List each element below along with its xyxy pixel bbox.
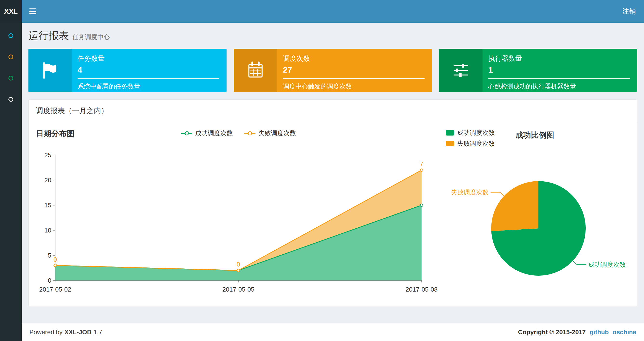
info-box-trigger-count: 调度次数 27 调度中心触发的调度次数 bbox=[234, 49, 432, 92]
sidebar-item-2[interactable] bbox=[0, 46, 22, 68]
info-box-divider bbox=[283, 78, 425, 79]
success-ratio-chart: 成功调度次数失败调度次数 成功比例图 成功调度次数失败调度次数 bbox=[446, 129, 630, 302]
info-box-content: 调度次数 27 调度中心触发的调度次数 bbox=[277, 49, 432, 92]
page-title: 运行报表 bbox=[28, 29, 69, 43]
info-box-value: 27 bbox=[283, 65, 425, 75]
logo-text-bold: XX bbox=[4, 7, 14, 16]
calendar-icon bbox=[234, 49, 277, 92]
svg-text:25: 25 bbox=[44, 151, 51, 159]
product-version: 1.7 bbox=[94, 328, 102, 336]
sidebar bbox=[0, 0, 22, 341]
logout-link[interactable]: 注销 bbox=[622, 7, 636, 16]
info-box-title: 任务数量 bbox=[78, 54, 219, 63]
sliders-icon bbox=[439, 49, 482, 92]
sidebar-item-3[interactable] bbox=[0, 68, 22, 89]
pie-legend-item-2[interactable]: 失败调度次数 bbox=[446, 139, 630, 148]
line-series-marker-icon bbox=[244, 131, 256, 136]
app-logo[interactable]: XXL bbox=[0, 0, 22, 23]
info-box-row: 任务数量 4 系统中配置的任务数量 调度次数 bbox=[28, 49, 637, 92]
github-link[interactable]: github bbox=[590, 328, 608, 336]
report-panel: 调度报表（一月之内） 日期分布图 成功调度次数失败调度次数 0510152025… bbox=[28, 99, 637, 307]
info-box-description: 心跳检测成功的执行器机器数量 bbox=[488, 82, 630, 91]
info-box-description: 调度中心触发的调度次数 bbox=[283, 82, 425, 91]
date-distribution-chart: 日期分布图 成功调度次数失败调度次数 05101520252017-05-022… bbox=[36, 129, 441, 302]
circle-outline-icon bbox=[8, 33, 13, 38]
info-box-value: 4 bbox=[78, 65, 219, 75]
svg-text:7: 7 bbox=[420, 160, 423, 168]
svg-text:10: 10 bbox=[44, 227, 51, 234]
pie-chart-title: 成功比例图 bbox=[516, 130, 554, 141]
product-name: XXL-JOB bbox=[64, 328, 92, 336]
info-box-content: 执行器数量 1 心跳检测成功的执行器机器数量 bbox=[482, 49, 637, 92]
line-chart-canvas: 05101520252017-05-022017-05-052017-05-08… bbox=[36, 143, 434, 302]
sidebar-item-4[interactable] bbox=[0, 89, 22, 110]
footer-powered-by: Powered byXXL-JOB1.7 bbox=[30, 328, 104, 336]
panel-body: 日期分布图 成功调度次数失败调度次数 05101520252017-05-022… bbox=[29, 122, 637, 306]
info-box-executor-count: 执行器数量 1 心跳检测成功的执行器机器数量 bbox=[439, 49, 637, 92]
svg-text:5: 5 bbox=[48, 252, 51, 259]
copyright-text: Copyright © 2015-2017 bbox=[518, 328, 586, 336]
line-series-marker-icon bbox=[181, 131, 193, 136]
svg-text:成功调度次数: 成功调度次数 bbox=[588, 261, 626, 268]
line-legend-item-2[interactable]: 失败调度次数 bbox=[244, 129, 296, 137]
main-content: 运行报表 任务调度中心 任务数量 4 系统中配置的任务数量 bbox=[22, 23, 644, 323]
circle-outline-icon bbox=[8, 97, 13, 102]
info-box-title: 调度次数 bbox=[283, 54, 425, 63]
legend-label: 失败调度次数 bbox=[457, 139, 495, 148]
info-box-value: 1 bbox=[488, 65, 630, 75]
oschina-link[interactable]: oschina bbox=[613, 328, 636, 336]
page-footer: Powered byXXL-JOB1.7 Copyright © 2015-20… bbox=[22, 323, 644, 341]
sidebar-item-1[interactable] bbox=[0, 25, 22, 46]
legend-label: 成功调度次数 bbox=[195, 129, 233, 137]
navbar-right: 注销 bbox=[622, 0, 644, 23]
line-chart-title: 日期分布图 bbox=[36, 129, 74, 138]
pie-chart-canvas: 成功调度次数失败调度次数 bbox=[446, 149, 629, 293]
legend-swatch-icon bbox=[446, 141, 454, 146]
page-header: 运行报表 任务调度中心 bbox=[28, 29, 637, 43]
sidebar-toggle-button[interactable] bbox=[22, 0, 44, 23]
svg-text:0: 0 bbox=[237, 261, 240, 268]
info-box-description: 系统中配置的任务数量 bbox=[78, 82, 219, 91]
legend-label: 失败调度次数 bbox=[258, 129, 296, 137]
top-navbar: XXL 注销 bbox=[0, 0, 644, 23]
svg-text:15: 15 bbox=[44, 202, 51, 209]
powered-prefix: Powered by bbox=[30, 328, 62, 336]
svg-text:0: 0 bbox=[48, 277, 51, 284]
info-box-divider bbox=[78, 78, 219, 79]
svg-text:0: 0 bbox=[54, 256, 57, 263]
line-chart-legend: 成功调度次数失败调度次数 bbox=[181, 129, 296, 137]
svg-text:20: 20 bbox=[44, 177, 51, 184]
svg-text:2017-05-05: 2017-05-05 bbox=[222, 286, 254, 293]
line-chart-header: 日期分布图 成功调度次数失败调度次数 bbox=[36, 129, 441, 143]
svg-text:2017-05-08: 2017-05-08 bbox=[406, 286, 438, 293]
svg-text:失败调度次数: 失败调度次数 bbox=[451, 189, 488, 196]
hamburger-icon bbox=[30, 9, 36, 10]
panel-title: 调度报表（一月之内） bbox=[29, 100, 637, 122]
circle-outline-icon bbox=[8, 76, 13, 81]
info-box-divider bbox=[488, 78, 630, 79]
footer-copyright: Copyright © 2015-2017 github oschina bbox=[518, 328, 636, 336]
svg-text:2017-05-02: 2017-05-02 bbox=[39, 286, 71, 293]
line-legend-item-1[interactable]: 成功调度次数 bbox=[181, 129, 233, 137]
info-box-job-count: 任务数量 4 系统中配置的任务数量 bbox=[28, 49, 226, 92]
legend-label: 成功调度次数 bbox=[457, 129, 495, 137]
legend-swatch-icon bbox=[446, 130, 454, 136]
info-box-content: 任务数量 4 系统中配置的任务数量 bbox=[72, 49, 226, 92]
flag-icon bbox=[28, 49, 72, 92]
circle-outline-icon bbox=[8, 55, 13, 59]
page-subtitle: 任务调度中心 bbox=[72, 33, 110, 41]
pie-chart-header: 成功调度次数失败调度次数 成功比例图 bbox=[446, 129, 630, 149]
info-box-title: 执行器数量 bbox=[488, 54, 630, 63]
logo-text-light: L bbox=[14, 7, 18, 16]
